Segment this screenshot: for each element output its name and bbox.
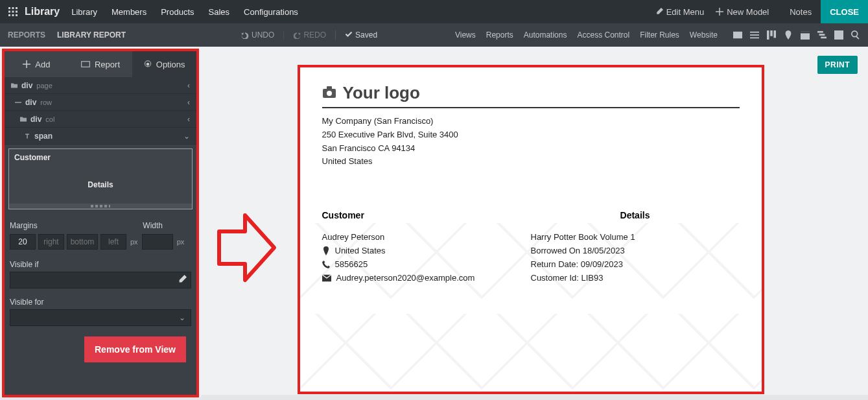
tab-options[interactable]: Options	[132, 51, 196, 77]
view-search-icon[interactable]	[849, 28, 863, 42]
view-gantt-icon[interactable]	[815, 28, 829, 42]
edit-menu-link[interactable]: Edit Menu	[655, 7, 705, 17]
envelope-icon	[322, 274, 331, 282]
svg-rect-0	[8, 7, 10, 9]
main-area: Add Report Options div page ‹ div row	[0, 47, 868, 395]
print-button[interactable]: PRINT	[817, 56, 858, 74]
svg-point-25	[147, 63, 150, 66]
svg-rect-1	[12, 7, 14, 9]
margin-right-input[interactable]	[38, 234, 64, 250]
svg-rect-6	[8, 14, 10, 16]
tree-node-page[interactable]: div page ‹	[5, 77, 196, 94]
dash-icon	[15, 99, 21, 106]
tree-tag: span	[34, 132, 53, 141]
menu-configurations[interactable]: Configurations	[244, 7, 298, 17]
view-pivot-icon[interactable]	[832, 28, 846, 42]
tree-tag: div	[30, 115, 41, 124]
remove-from-view-button[interactable]: Remove from View	[84, 336, 186, 362]
menu-library[interactable]: Library	[71, 7, 97, 17]
sub-bar: REPORTS LIBRARY REPORT UNDO REDO Saved V…	[0, 23, 868, 47]
tree-tag: div	[21, 81, 32, 90]
address-line2: San Francisco CA 94134	[322, 142, 740, 156]
notes-link[interactable]: Notes	[780, 7, 821, 17]
width-input[interactable]	[142, 234, 173, 250]
camera-icon	[322, 86, 336, 101]
svg-rect-9	[733, 32, 742, 39]
view-map-icon[interactable]	[781, 28, 795, 42]
map-pin-icon	[322, 246, 330, 255]
close-button[interactable]: CLOSE	[821, 0, 868, 23]
sidebar-panel: Add Report Options div page ‹ div row	[2, 49, 199, 397]
edit-menu-label: Edit Menu	[666, 7, 705, 17]
app-brand: Library	[25, 6, 60, 18]
margin-top-input[interactable]	[10, 234, 36, 250]
view-calendar-icon[interactable]	[798, 28, 812, 42]
selected-element-panel: Customer Details	[8, 148, 193, 209]
view-kanban-icon[interactable]	[764, 28, 779, 42]
new-model-link[interactable]: New Model	[716, 7, 769, 17]
visible-if-input[interactable]	[10, 272, 191, 288]
logo-row: Your logo	[322, 83, 740, 108]
nav-automations[interactable]: Automations	[524, 30, 567, 40]
svg-rect-19	[819, 34, 825, 36]
svg-rect-13	[767, 30, 769, 40]
tab-report[interactable]: Report	[69, 51, 133, 77]
report-preview: Your logo My Company (San Francisco) 250…	[298, 65, 764, 394]
panel-title: Customer	[9, 149, 192, 166]
svg-rect-7	[12, 14, 14, 16]
customer-email-text: Audrey.peterson2020@example.com	[336, 273, 475, 283]
tree-node-col[interactable]: div col ‹	[5, 111, 196, 128]
breadcrumb-reports[interactable]: REPORTS	[8, 30, 45, 40]
svg-rect-8	[16, 14, 18, 16]
svg-rect-11	[750, 34, 759, 36]
undo-label: UNDO	[252, 30, 274, 40]
breadcrumb-library-report[interactable]: LIBRARY REPORT	[57, 30, 126, 40]
customer-phone: 5856625	[322, 259, 531, 269]
tree-node-span[interactable]: span ⌄	[5, 128, 196, 145]
redo-button[interactable]: REDO	[283, 30, 326, 40]
svg-rect-12	[750, 38, 759, 39]
apps-icon[interactable]	[6, 5, 19, 18]
sidebar-tabs: Add Report Options	[5, 51, 196, 77]
margin-bottom-input[interactable]	[67, 234, 98, 250]
visible-if-label: Visible if	[10, 260, 191, 269]
svg-rect-18	[817, 31, 823, 33]
tab-add[interactable]: Add	[5, 51, 69, 77]
customer-name: Audrey Peterson	[322, 232, 531, 242]
nav-website[interactable]: Website	[690, 30, 718, 40]
svg-rect-23	[856, 36, 860, 40]
customer-heading: Customer	[322, 210, 531, 220]
menu-members[interactable]: Members	[111, 7, 147, 17]
visible-for-label: Visible for	[10, 298, 191, 307]
address-line1: 250 Executive Park Blvd, Suite 3400	[322, 128, 740, 142]
svg-rect-14	[770, 30, 773, 36]
tab-options-label: Options	[156, 60, 185, 69]
view-form-icon[interactable]	[731, 28, 745, 42]
svg-rect-15	[774, 30, 777, 38]
nav-views[interactable]: Views	[455, 30, 476, 40]
resize-handle[interactable]	[9, 204, 192, 209]
menu-sales[interactable]: Sales	[209, 7, 230, 17]
details-column: Details Harry Potter Book Volume 1 Borro…	[531, 210, 740, 287]
menu-products[interactable]: Products	[161, 7, 194, 17]
tree-class: col	[45, 115, 54, 123]
nav-filter-rules[interactable]: Filter Rules	[640, 30, 679, 40]
text-icon	[24, 133, 30, 139]
visible-for-select[interactable]: ⌄	[10, 309, 191, 326]
chevron-down-icon: ⌄	[183, 132, 190, 141]
svg-rect-21	[834, 30, 843, 40]
nav-access-control[interactable]: Access Control	[577, 30, 629, 40]
notes-label: Notes	[790, 7, 812, 17]
new-model-label: New Model	[727, 7, 769, 17]
tree-class: row	[40, 99, 52, 106]
undo-button[interactable]: UNDO	[241, 30, 274, 40]
folder-icon	[11, 82, 18, 89]
svg-point-31	[327, 91, 332, 96]
svg-rect-26	[15, 102, 21, 102]
margin-left-input[interactable]	[100, 234, 126, 250]
width-label: Width	[143, 221, 163, 230]
tree-node-row[interactable]: div row ‹	[5, 94, 196, 111]
view-list-icon[interactable]	[747, 28, 762, 42]
nav-reports[interactable]: Reports	[486, 30, 513, 40]
svg-rect-2	[16, 7, 18, 9]
